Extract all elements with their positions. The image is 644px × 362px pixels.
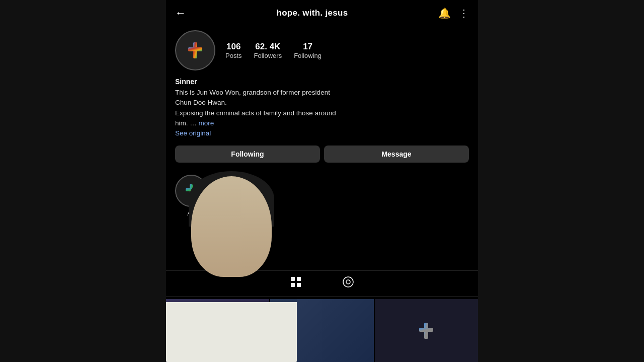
bio-line2: Chun Doo Hwan. [175,99,227,106]
bio-section: Sinner This is Jun Woo Won, grandson of … [175,78,469,138]
profile-top: 106 Posts 62. 4K Followers 17 Following [175,30,469,70]
following-count: 17 [303,42,312,52]
nav-icons: 🔔 ⋮ [438,7,469,19]
svg-rect-13 [419,328,433,332]
bio-text: This is Jun Woo Won, grandson of former … [175,88,469,138]
bio-display-name: Sinner [175,78,469,86]
posts-stat: 106 Posts [225,42,242,59]
side-right-panel [475,0,644,362]
svg-rect-8 [297,277,301,281]
bio-line1: This is Jun Woo Won, grandson of former … [175,89,330,96]
bio-line4: him. … [175,119,197,127]
profile-avatar-cross-icon [185,40,205,60]
back-button[interactable]: ← [175,7,186,20]
grid-cell-3[interactable] [375,299,478,362]
side-left-panel [0,0,166,362]
top-nav: ← hope. with. jesus 🔔 ⋮ [166,0,478,26]
avatar[interactable] [175,30,215,70]
tagged-posts-tab[interactable] [342,276,354,291]
following-label: Following [294,52,321,59]
bio-more-link[interactable]: more [199,119,214,127]
following-stat: 17 Following [294,42,321,59]
main-content: ← hope. with. jesus 🔔 ⋮ [166,0,478,362]
profile-username: hope. with. jesus [276,8,348,18]
more-options-icon[interactable]: ⋮ [459,7,469,19]
svg-point-10 [343,277,353,287]
svg-rect-1 [188,47,202,51]
followers-label: Followers [254,52,282,59]
followers-stat: 62. 4K Followers [254,42,282,59]
face-illustration [186,176,277,287]
shirt-element [166,302,297,362]
grid-cross-icon [417,322,435,340]
posts-label: Posts [225,52,242,59]
see-original-link[interactable]: See original [175,129,211,137]
face-element [191,176,272,277]
following-button[interactable]: Following [175,146,320,163]
stats-section: 106 Posts 62. 4K Followers 17 Following [225,42,469,59]
action-buttons: Following Message [175,146,469,163]
svg-point-11 [346,280,350,284]
posts-count: 106 [226,42,240,52]
followers-count: 62. 4K [255,42,280,52]
notification-bell-icon[interactable]: 🔔 [438,7,451,19]
message-button[interactable]: Message [324,146,469,163]
person-photo-overlay [166,171,297,362]
bio-line3: Exposing the criminal acts of family and… [175,109,336,117]
app-container: ← hope. with. jesus 🔔 ⋮ [0,0,644,362]
svg-rect-9 [297,283,301,287]
